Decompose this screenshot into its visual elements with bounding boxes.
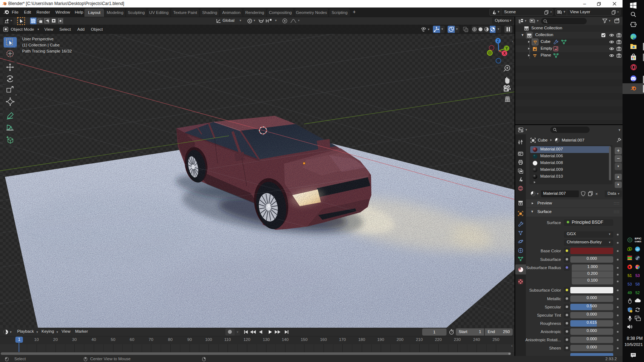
svg-text:qb: qb	[636, 248, 639, 251]
svg-text:!: !	[631, 310, 631, 312]
svg-text:Y: Y	[506, 46, 508, 50]
svg-text:X: X	[503, 51, 506, 55]
svg-text:Z: Z	[497, 39, 499, 43]
svg-text:‹: ‹	[512, 39, 513, 43]
